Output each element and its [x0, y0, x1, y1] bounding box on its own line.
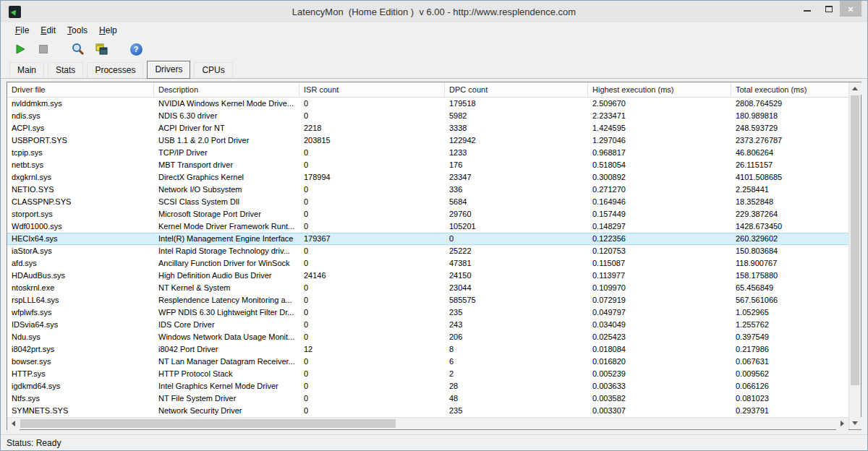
minimize-button[interactable] — [796, 1, 818, 17]
cell: 18.352848 — [731, 196, 848, 208]
cell: 0 — [299, 294, 445, 306]
scroll-left-button[interactable] — [7, 418, 20, 430]
table-row[interactable]: IDSvia64.sysIDS Core Driver02430.0340491… — [7, 319, 848, 331]
table-row[interactable]: storport.sysMicrosoft Storage Port Drive… — [7, 208, 848, 220]
cell: i8042 Port Driver — [154, 343, 299, 356]
table-row[interactable]: ACPI.sysACPI Driver for NT221833381.4245… — [7, 122, 848, 134]
table-row[interactable]: ndis.sysNDIS 6.30 driver059822.233471180… — [7, 110, 848, 122]
cell: 178994 — [299, 171, 445, 184]
tab-main[interactable]: Main — [9, 62, 44, 78]
column-header[interactable]: Total execution (ms) — [731, 82, 848, 97]
column-header[interactable]: Description — [154, 82, 299, 97]
menu-item-help[interactable]: Help — [93, 23, 123, 38]
cell: HTTP.sys — [7, 368, 154, 380]
table-row[interactable]: dxgkrnl.sysDirectX Graphics Kernel178994… — [7, 171, 848, 184]
table-row[interactable]: HTTP.sysHTTP Protocol Stack020.0052390.0… — [7, 368, 848, 380]
horizontal-scroll-track[interactable] — [20, 418, 836, 429]
cell: 0 — [299, 257, 445, 270]
cell: Ndu.sys — [7, 331, 154, 343]
stop-monitor-button[interactable] — [34, 40, 53, 58]
tab-drivers[interactable]: Drivers — [147, 61, 190, 79]
scroll-right-button[interactable] — [836, 418, 848, 430]
tab-processes[interactable]: Processes — [87, 62, 143, 78]
stacked-windows-icon — [95, 43, 108, 56]
table-row[interactable]: HDAudBus.sysHigh Definition Audio Bus Dr… — [7, 270, 848, 282]
table-row[interactable]: CLASSPNP.SYSSCSI Class System Dll056840.… — [7, 196, 848, 208]
start-monitor-button[interactable] — [11, 40, 30, 58]
cell: 158.175880 — [731, 270, 848, 282]
table-row[interactable]: igdkmd64.sysIntel Graphics Kernel Mode D… — [7, 380, 848, 392]
cell: NVIDIA Windows Kernel Mode Drive... — [154, 98, 299, 110]
table-row[interactable]: iaStorA.sysIntel Rapid Storage Technolog… — [7, 245, 848, 257]
cell: rspLLL64.sys — [7, 294, 154, 306]
vertical-scrollbar[interactable] — [848, 82, 861, 429]
table-row[interactable]: nvlddmkm.sysNVIDIA Windows Kernel Mode D… — [7, 98, 848, 110]
table-row[interactable]: SYMNETS.SYSNetwork Security Driver02350.… — [7, 405, 848, 417]
help-icon: ? — [130, 43, 142, 56]
table-row[interactable]: Wdf01000.sysKernel Mode Driver Framework… — [7, 220, 848, 233]
tabstrip: MainStatsProcessesDriversCPUs — [1, 60, 867, 79]
table-row[interactable]: afd.sysAncillary Function Driver for Win… — [7, 257, 848, 270]
cell: 1233 — [445, 147, 588, 159]
cell: 0.113977 — [588, 270, 731, 282]
cell: 8 — [445, 343, 588, 356]
horizontal-scrollbar[interactable] — [7, 417, 848, 429]
cell: 0.009562 — [731, 368, 848, 380]
cell: Resplendence Latency Monitoring a... — [154, 294, 299, 306]
cell: 248.593729 — [731, 122, 848, 134]
tab-stats[interactable]: Stats — [48, 62, 83, 78]
table-row[interactable]: Ndu.sysWindows Network Data Usage Monit.… — [7, 331, 848, 343]
table-row[interactable]: tcpip.sysTCP/IP Driver012330.96881746.80… — [7, 147, 848, 159]
cell: USBPORT.SYS — [7, 134, 154, 147]
windows-button[interactable] — [92, 40, 111, 58]
table-row[interactable]: Ntfs.sysNT File System Driver0480.003582… — [7, 392, 848, 405]
cell: 1428.673450 — [731, 220, 848, 233]
vertical-scroll-track[interactable] — [849, 95, 861, 417]
cell: ACPI.sys — [7, 122, 154, 134]
table-row[interactable]: i8042prt.sysi8042 Port Driver1280.018084… — [7, 343, 848, 356]
table-row[interactable]: wfplwfs.sysWFP NDIS 6.30 Lightweight Fil… — [7, 306, 848, 319]
table-row[interactable]: USBPORT.SYSUSB 1.1 & 2.0 Port Driver2038… — [7, 134, 848, 147]
cell: 0 — [445, 233, 588, 245]
cell: 179367 — [299, 233, 445, 245]
tab-cpus[interactable]: CPUs — [194, 62, 232, 78]
table-row[interactable]: bowser.sysNT Lan Manager Datagram Receiv… — [7, 356, 848, 368]
cell: NT Kernel & System — [154, 282, 299, 294]
maximize-button[interactable] — [818, 1, 840, 17]
column-header[interactable]: ISR count — [299, 82, 445, 97]
cell: 105201 — [445, 220, 588, 233]
table-row[interactable]: rspLLL64.sysResplendence Latency Monitor… — [7, 294, 848, 306]
cell: 0.067631 — [731, 356, 848, 368]
minimize-icon — [804, 9, 811, 12]
cell: netbt.sys — [7, 159, 154, 171]
vertical-scroll-thumb[interactable] — [851, 95, 859, 385]
cell: 2.509670 — [588, 98, 731, 110]
table-row[interactable]: ntoskrnl.exeNT Kernel & System0230440.10… — [7, 282, 848, 294]
cell: MBT Transport driver — [154, 159, 299, 171]
menu-item-file[interactable]: File — [9, 23, 35, 38]
table-row[interactable]: HECIx64.sysIntel(R) Management Engine In… — [7, 233, 848, 245]
column-header[interactable]: Highest execution (ms) — [588, 82, 731, 97]
cell: 0 — [299, 368, 445, 380]
menu-item-edit[interactable]: Edit — [35, 23, 61, 38]
drivers-grid: Driver fileDescriptionISR countDPC count… — [7, 82, 861, 430]
analyze-button[interactable] — [69, 40, 88, 58]
scroll-up-button[interactable] — [849, 82, 861, 95]
cell: 0 — [299, 98, 445, 110]
cell: Microsoft Storage Port Driver — [154, 208, 299, 220]
cell: 24146 — [299, 270, 445, 282]
stop-icon — [39, 45, 48, 53]
help-button[interactable]: ? — [127, 40, 145, 58]
cell: 0.034049 — [588, 319, 731, 331]
scroll-down-button[interactable] — [849, 417, 861, 429]
column-header[interactable]: DPC count — [445, 82, 588, 97]
close-button[interactable]: × — [840, 1, 861, 17]
cell: SYMNETS.SYS — [7, 405, 154, 417]
table-row[interactable]: NETIO.SYSNetwork I/O Subsystem03360.2712… — [7, 184, 848, 196]
column-header[interactable]: Driver file — [7, 82, 154, 97]
cell: bowser.sys — [7, 356, 154, 368]
table-row[interactable]: netbt.sysMBT Transport driver01760.51805… — [7, 159, 848, 171]
horizontal-scroll-thumb[interactable] — [20, 419, 396, 428]
cell: 567.561066 — [731, 294, 848, 306]
menu-item-tools[interactable]: Tools — [61, 23, 93, 38]
